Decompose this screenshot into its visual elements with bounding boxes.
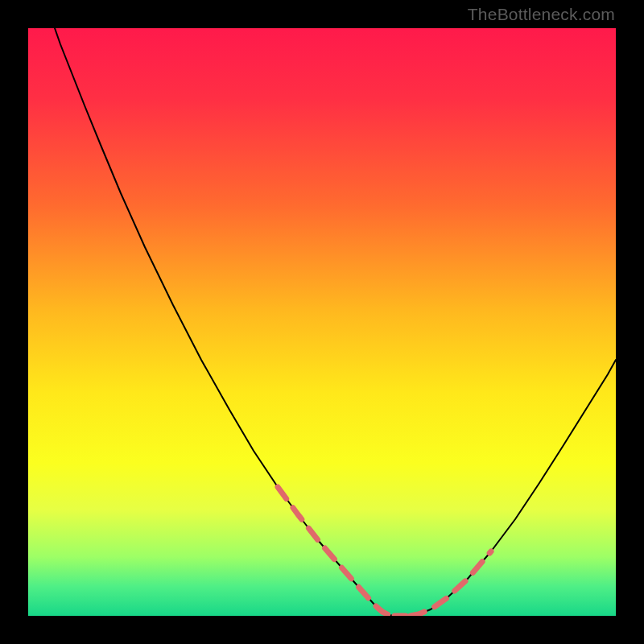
chart-container: TheBottleneck.com [0, 0, 644, 644]
series-highlight-dashes-right [411, 551, 491, 616]
series-highlight-dashes-left [278, 487, 394, 616]
curve-layer [28, 28, 616, 616]
watermark-text: TheBottleneck.com [468, 5, 615, 24]
series-left-curve [55, 28, 394, 616]
series-right-curve [411, 360, 616, 616]
plot-area [28, 28, 616, 616]
